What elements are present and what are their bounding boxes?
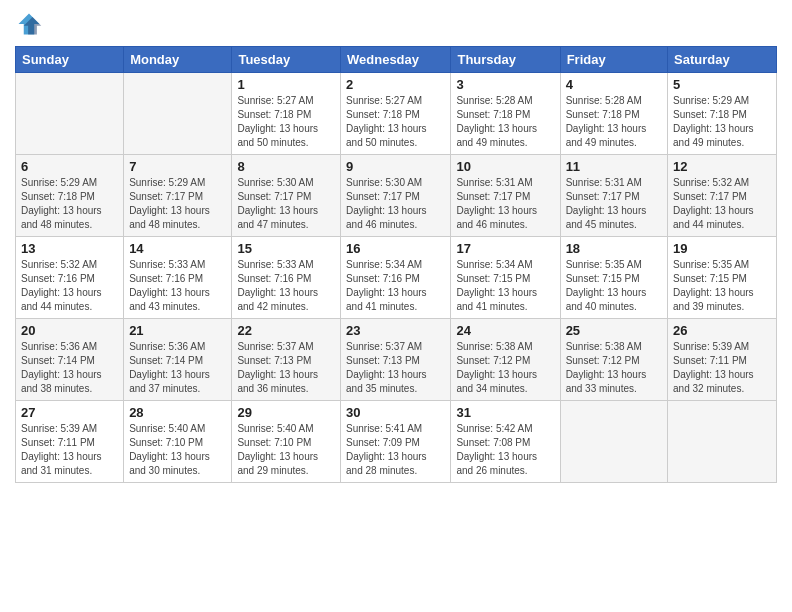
day-number: 21 (129, 323, 226, 338)
logo (15, 10, 46, 38)
day-info: Sunrise: 5:38 AM Sunset: 7:12 PM Dayligh… (566, 340, 662, 396)
calendar-cell: 7Sunrise: 5:29 AM Sunset: 7:17 PM Daylig… (124, 155, 232, 237)
day-header-tuesday: Tuesday (232, 47, 341, 73)
calendar-cell: 22Sunrise: 5:37 AM Sunset: 7:13 PM Dayli… (232, 319, 341, 401)
day-info: Sunrise: 5:28 AM Sunset: 7:18 PM Dayligh… (566, 94, 662, 150)
day-header-sunday: Sunday (16, 47, 124, 73)
calendar-week-row: 6Sunrise: 5:29 AM Sunset: 7:18 PM Daylig… (16, 155, 777, 237)
day-number: 7 (129, 159, 226, 174)
day-number: 16 (346, 241, 445, 256)
calendar-cell (668, 401, 777, 483)
day-info: Sunrise: 5:29 AM Sunset: 7:17 PM Dayligh… (129, 176, 226, 232)
day-number: 26 (673, 323, 771, 338)
calendar-cell: 2Sunrise: 5:27 AM Sunset: 7:18 PM Daylig… (341, 73, 451, 155)
day-number: 17 (456, 241, 554, 256)
day-info: Sunrise: 5:39 AM Sunset: 7:11 PM Dayligh… (21, 422, 118, 478)
day-number: 12 (673, 159, 771, 174)
day-info: Sunrise: 5:40 AM Sunset: 7:10 PM Dayligh… (129, 422, 226, 478)
day-number: 28 (129, 405, 226, 420)
day-info: Sunrise: 5:35 AM Sunset: 7:15 PM Dayligh… (566, 258, 662, 314)
day-number: 29 (237, 405, 335, 420)
day-info: Sunrise: 5:36 AM Sunset: 7:14 PM Dayligh… (21, 340, 118, 396)
day-info: Sunrise: 5:33 AM Sunset: 7:16 PM Dayligh… (237, 258, 335, 314)
day-number: 22 (237, 323, 335, 338)
day-number: 2 (346, 77, 445, 92)
day-info: Sunrise: 5:34 AM Sunset: 7:16 PM Dayligh… (346, 258, 445, 314)
day-info: Sunrise: 5:36 AM Sunset: 7:14 PM Dayligh… (129, 340, 226, 396)
day-info: Sunrise: 5:31 AM Sunset: 7:17 PM Dayligh… (456, 176, 554, 232)
calendar-cell: 17Sunrise: 5:34 AM Sunset: 7:15 PM Dayli… (451, 237, 560, 319)
day-header-monday: Monday (124, 47, 232, 73)
calendar-cell: 23Sunrise: 5:37 AM Sunset: 7:13 PM Dayli… (341, 319, 451, 401)
calendar-cell: 26Sunrise: 5:39 AM Sunset: 7:11 PM Dayli… (668, 319, 777, 401)
calendar-cell: 30Sunrise: 5:41 AM Sunset: 7:09 PM Dayli… (341, 401, 451, 483)
day-number: 14 (129, 241, 226, 256)
day-number: 24 (456, 323, 554, 338)
day-header-friday: Friday (560, 47, 667, 73)
day-number: 30 (346, 405, 445, 420)
calendar-week-row: 27Sunrise: 5:39 AM Sunset: 7:11 PM Dayli… (16, 401, 777, 483)
calendar-cell: 18Sunrise: 5:35 AM Sunset: 7:15 PM Dayli… (560, 237, 667, 319)
day-info: Sunrise: 5:27 AM Sunset: 7:18 PM Dayligh… (237, 94, 335, 150)
day-number: 25 (566, 323, 662, 338)
day-info: Sunrise: 5:27 AM Sunset: 7:18 PM Dayligh… (346, 94, 445, 150)
calendar-cell: 6Sunrise: 5:29 AM Sunset: 7:18 PM Daylig… (16, 155, 124, 237)
day-number: 23 (346, 323, 445, 338)
day-number: 20 (21, 323, 118, 338)
day-number: 1 (237, 77, 335, 92)
day-number: 18 (566, 241, 662, 256)
calendar-cell: 19Sunrise: 5:35 AM Sunset: 7:15 PM Dayli… (668, 237, 777, 319)
day-number: 9 (346, 159, 445, 174)
calendar-cell: 4Sunrise: 5:28 AM Sunset: 7:18 PM Daylig… (560, 73, 667, 155)
day-info: Sunrise: 5:37 AM Sunset: 7:13 PM Dayligh… (237, 340, 335, 396)
logo-icon (15, 10, 43, 38)
calendar-cell: 28Sunrise: 5:40 AM Sunset: 7:10 PM Dayli… (124, 401, 232, 483)
day-info: Sunrise: 5:32 AM Sunset: 7:16 PM Dayligh… (21, 258, 118, 314)
calendar-cell: 8Sunrise: 5:30 AM Sunset: 7:17 PM Daylig… (232, 155, 341, 237)
day-number: 13 (21, 241, 118, 256)
day-info: Sunrise: 5:33 AM Sunset: 7:16 PM Dayligh… (129, 258, 226, 314)
day-header-wednesday: Wednesday (341, 47, 451, 73)
day-info: Sunrise: 5:34 AM Sunset: 7:15 PM Dayligh… (456, 258, 554, 314)
day-info: Sunrise: 5:40 AM Sunset: 7:10 PM Dayligh… (237, 422, 335, 478)
day-info: Sunrise: 5:28 AM Sunset: 7:18 PM Dayligh… (456, 94, 554, 150)
day-info: Sunrise: 5:37 AM Sunset: 7:13 PM Dayligh… (346, 340, 445, 396)
calendar-cell: 9Sunrise: 5:30 AM Sunset: 7:17 PM Daylig… (341, 155, 451, 237)
calendar-cell (124, 73, 232, 155)
day-info: Sunrise: 5:41 AM Sunset: 7:09 PM Dayligh… (346, 422, 445, 478)
calendar-cell: 24Sunrise: 5:38 AM Sunset: 7:12 PM Dayli… (451, 319, 560, 401)
calendar-week-row: 1Sunrise: 5:27 AM Sunset: 7:18 PM Daylig… (16, 73, 777, 155)
day-number: 8 (237, 159, 335, 174)
calendar-cell: 20Sunrise: 5:36 AM Sunset: 7:14 PM Dayli… (16, 319, 124, 401)
calendar-cell: 13Sunrise: 5:32 AM Sunset: 7:16 PM Dayli… (16, 237, 124, 319)
calendar-cell (560, 401, 667, 483)
day-info: Sunrise: 5:29 AM Sunset: 7:18 PM Dayligh… (21, 176, 118, 232)
calendar-header-row: SundayMondayTuesdayWednesdayThursdayFrid… (16, 47, 777, 73)
calendar-week-row: 20Sunrise: 5:36 AM Sunset: 7:14 PM Dayli… (16, 319, 777, 401)
calendar-cell: 25Sunrise: 5:38 AM Sunset: 7:12 PM Dayli… (560, 319, 667, 401)
day-number: 27 (21, 405, 118, 420)
calendar-cell: 11Sunrise: 5:31 AM Sunset: 7:17 PM Dayli… (560, 155, 667, 237)
calendar-cell: 14Sunrise: 5:33 AM Sunset: 7:16 PM Dayli… (124, 237, 232, 319)
calendar-cell: 5Sunrise: 5:29 AM Sunset: 7:18 PM Daylig… (668, 73, 777, 155)
calendar-week-row: 13Sunrise: 5:32 AM Sunset: 7:16 PM Dayli… (16, 237, 777, 319)
calendar-table: SundayMondayTuesdayWednesdayThursdayFrid… (15, 46, 777, 483)
day-info: Sunrise: 5:30 AM Sunset: 7:17 PM Dayligh… (346, 176, 445, 232)
day-info: Sunrise: 5:32 AM Sunset: 7:17 PM Dayligh… (673, 176, 771, 232)
calendar-cell: 16Sunrise: 5:34 AM Sunset: 7:16 PM Dayli… (341, 237, 451, 319)
day-number: 11 (566, 159, 662, 174)
calendar-cell: 12Sunrise: 5:32 AM Sunset: 7:17 PM Dayli… (668, 155, 777, 237)
day-header-saturday: Saturday (668, 47, 777, 73)
calendar-cell: 3Sunrise: 5:28 AM Sunset: 7:18 PM Daylig… (451, 73, 560, 155)
day-number: 4 (566, 77, 662, 92)
page: SundayMondayTuesdayWednesdayThursdayFrid… (0, 0, 792, 612)
calendar-cell: 29Sunrise: 5:40 AM Sunset: 7:10 PM Dayli… (232, 401, 341, 483)
day-info: Sunrise: 5:29 AM Sunset: 7:18 PM Dayligh… (673, 94, 771, 150)
day-info: Sunrise: 5:38 AM Sunset: 7:12 PM Dayligh… (456, 340, 554, 396)
day-info: Sunrise: 5:35 AM Sunset: 7:15 PM Dayligh… (673, 258, 771, 314)
day-info: Sunrise: 5:39 AM Sunset: 7:11 PM Dayligh… (673, 340, 771, 396)
day-number: 10 (456, 159, 554, 174)
calendar-cell: 1Sunrise: 5:27 AM Sunset: 7:18 PM Daylig… (232, 73, 341, 155)
day-number: 6 (21, 159, 118, 174)
day-number: 31 (456, 405, 554, 420)
